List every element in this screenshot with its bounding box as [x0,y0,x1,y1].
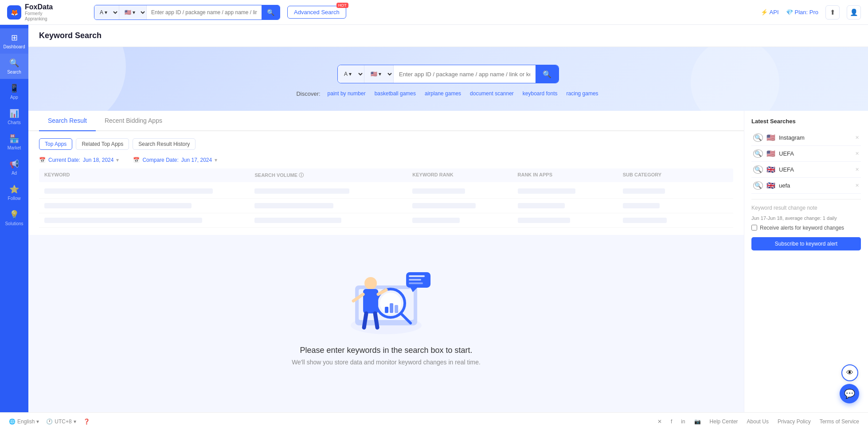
advanced-search-button[interactable]: Advanced Search HOT [287,6,346,19]
sidebar-item-search[interactable]: 🔍 Search [0,54,28,79]
close-uefa-3[interactable]: ✕ [855,183,859,188]
footer-social-share[interactable]: ✕ [657,418,662,425]
compare-date-filter: 📅 Compare Date: Jun 17, 2024 ▾ [133,157,217,163]
footer-social-fb[interactable]: f [671,418,672,425]
top-country-select[interactable]: 🇺🇸 ▾ 🇬🇧 ▾ [119,5,147,20]
recent-search-uefa-3[interactable]: 🔍 🇬🇧 uefa ✕ [751,178,861,194]
table-row [39,184,733,199]
top-search-input[interactable] [147,9,262,16]
col-rank-in-apps: Rank In Apps [518,172,623,179]
col-keyword: KEYWORD [44,172,254,179]
recent-search-uefa-2[interactable]: 🔍 🇬🇧 UEFA ✕ [751,162,861,178]
discover-tag-basketball[interactable]: basketball games [373,90,418,98]
top-apps-button[interactable]: Top Apps [39,138,72,150]
results-area: Search Result Recent Bidding Apps Top Ap… [28,111,868,412]
hero-search-button[interactable]: 🔍 [536,65,559,83]
help-icon-btn[interactable]: ❓ [83,418,90,425]
close-instagram[interactable]: ✕ [855,135,859,141]
timezone-selector[interactable]: 🕐 UTC+8 ▾ [46,418,76,425]
chevron-current[interactable]: ▾ [116,157,119,163]
empty-state: Please enter keywords in the search box … [292,250,481,366]
footer-social-in[interactable]: in [681,418,685,425]
sidebar-item-market[interactable]: 🏪 Market [0,129,28,155]
top-search-button[interactable]: 🔍 [262,5,280,20]
search-result-history-button[interactable]: Search Result History [133,138,195,150]
upload-button[interactable]: ⬆ [825,5,840,20]
upload-icon: ⬆ [830,8,836,16]
timezone-label: UTC+8 [55,418,71,425]
svg-line-13 [364,313,366,328]
content-area: Keyword Search A ▾ G ▾ 🇺🇸 ▾ 🇬🇧 ▾ 🔍 Disco… [28,25,868,412]
sidebar-item-ad[interactable]: 📢 Ad [0,155,28,180]
question-icon: ❓ [83,418,90,425]
hero-store-select[interactable]: A ▾ G ▾ [338,65,364,83]
flag-gb-1: 🇬🇧 [766,165,775,174]
table-row [39,213,733,228]
svg-rect-18 [409,279,421,281]
sidebar-item-label-ad: Ad [12,171,17,176]
hero-search-input[interactable] [394,71,536,78]
api-button[interactable]: ⚡ API [761,9,779,16]
top-store-select[interactable]: A ▾ G ▾ [94,5,119,20]
sidebar-item-solutions[interactable]: 💡 Solutions [0,205,28,231]
globe-icon: 🌐 [9,418,16,425]
svg-line-14 [375,313,377,328]
discover-tag-airplane[interactable]: airplane games [423,90,463,98]
table-controls: Top Apps Related Top Apps Search Result … [39,138,733,150]
sidebar-item-charts[interactable]: 📊 Charts [0,104,28,129]
related-top-apps-button[interactable]: Related Top Apps [76,138,129,150]
discover-label: Discover: [296,90,320,97]
sidebar-item-label-dashboard: Dashboard [4,44,25,49]
flag-gb-2: 🇬🇧 [766,181,775,190]
about-us-link[interactable]: About Us [747,418,769,425]
keyword-instagram: Instagram [779,134,805,141]
discover-tag-document[interactable]: document scanner [468,90,516,98]
tab-recent-bidding[interactable]: Recent Bidding Apps [96,111,171,131]
top-search-bar: A ▾ G ▾ 🇺🇸 ▾ 🇬🇧 ▾ 🔍 [94,5,280,20]
follow-icon: ⭐ [9,184,19,194]
language-selector[interactable]: 🌐 English ▾ [9,418,39,425]
solutions-icon: 💡 [9,210,19,219]
calendar-icon-compare: 📅 [133,157,140,163]
empty-svg [337,250,435,339]
close-uefa-1[interactable]: ✕ [855,151,859,156]
results-wrapper: Search Result Recent Bidding Apps Top Ap… [28,111,744,412]
date-filters: 📅 Current Date: Jun 18, 2024 ▾ 📅 Compare… [39,157,733,163]
table-header: KEYWORD SEARCH VOLUME ⓘ Keyword Rank Ran… [39,168,733,182]
language-label: English [17,418,35,425]
sidebar: ⊞ Dashboard 🔍 Search 📱 App 📊 Charts 🏪 Ma… [0,25,28,412]
empty-state-subtitle: We'll show you store data and monitor ke… [292,359,481,366]
search-icon-uefa1: 🔍 [753,149,763,158]
alert-checkbox[interactable] [751,225,757,231]
hero-country-select[interactable]: 🇺🇸 ▾ 🇬🇧 ▾ [364,65,394,83]
discover-tag-keyboard[interactable]: keyboard fonts [521,90,559,98]
recent-search-instagram[interactable]: 🔍 🇺🇸 Instagram ✕ [751,130,861,146]
subscribe-keyword-alert-button[interactable]: Subscribe to keyword alert [751,237,861,250]
search-icon: 🔍 [9,58,19,68]
eye-icon: 👁 [846,369,853,377]
tab-search-result[interactable]: Search Result [39,111,96,131]
keyword-change-section-title: Keyword result change note [751,205,861,211]
privacy-policy-link[interactable]: Privacy Policy [778,418,811,425]
svg-rect-8 [395,305,398,313]
terms-of-service-link[interactable]: Terms of Service [820,418,859,425]
discover-tag-paint[interactable]: paint by number [326,90,368,98]
sidebar-item-app[interactable]: 📱 App [0,79,28,104]
footer-social-ig[interactable]: 📷 [694,418,701,425]
floating-eye-button[interactable]: 👁 [841,364,858,381]
user-button[interactable]: 👤 [847,5,861,20]
sidebar-item-follow[interactable]: ⭐ Follow [0,180,28,205]
chevron-compare[interactable]: ▾ [215,157,217,163]
recent-search-uefa-1[interactable]: 🔍 🇺🇸 UEFA ✕ [751,146,861,162]
search-icon-uefa3: 🔍 [753,181,763,190]
svg-rect-17 [409,275,425,277]
compare-date-value: Jun 17, 2024 [181,157,212,163]
svg-rect-6 [385,307,388,313]
help-center-link[interactable]: Help Center [710,418,738,425]
close-uefa-2[interactable]: ✕ [855,167,859,172]
main-body: ⊞ Dashboard 🔍 Search 📱 App 📊 Charts 🏪 Ma… [0,25,868,412]
discover-tag-racing[interactable]: racing games [565,90,600,98]
floating-chat-button[interactable]: 💬 [840,384,859,403]
plan-button[interactable]: 💎 Plan: Pro [786,9,818,16]
sidebar-item-dashboard[interactable]: ⊞ Dashboard [0,28,28,54]
